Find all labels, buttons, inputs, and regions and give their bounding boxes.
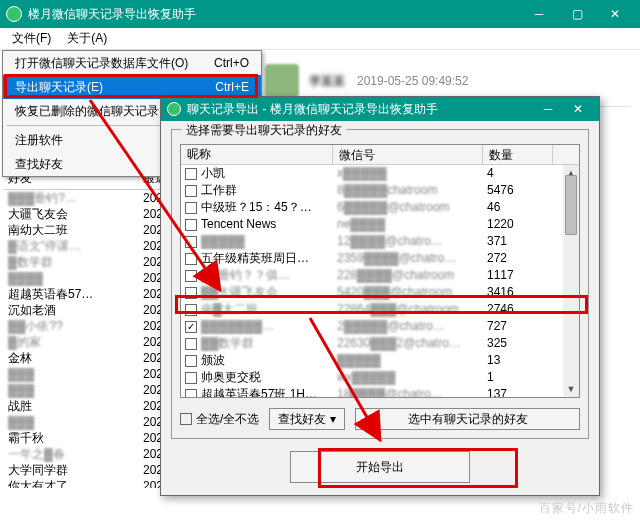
table-row[interactable]: 帅奥更交税wx▓▓▓▓▓1 [181,369,563,386]
row-checkbox[interactable] [185,236,197,248]
table-row[interactable]: ▓▓垂钓？？俱…228▓▓▓▓@chatroom1117 [181,267,563,284]
friend-name: ▓语文"停课… [4,238,139,254]
table-row[interactable]: ▓▓大疆飞友会5420▓▓▓@chatroom3416 [181,284,563,301]
find-friend-label: 查找好友 [278,411,326,428]
row-checkbox[interactable] [185,185,197,197]
close-button[interactable]: ✕ [596,0,634,28]
cell-nick: ▓▓数学群 [181,335,333,352]
cell-count: 2746 [483,301,553,318]
select-with-chat-label: 选中有聊天记录的好友 [408,411,528,428]
cell-wx: wx▓▓▓▓▓ [333,369,483,386]
cell-wx: 5420▓▓▓@chatroom [333,284,483,301]
friend-name: 一年之▓春 [4,446,139,462]
table-row[interactable]: 超越英语春57班 1H…18▓▓▓▓@chatro…137 [181,386,563,397]
table-header: 昵称 微信号 数量 [181,145,579,165]
cell-wx: 22630▓▓▓2@chatro… [333,335,483,352]
row-checkbox[interactable] [185,338,197,350]
avatar [265,64,299,98]
main-title: 楼月微信聊天记录导出恢复助手 [28,6,520,23]
cell-nick: ▓▓▓▓▓ [181,233,333,250]
row-checkbox[interactable] [185,355,197,367]
table-row[interactable]: 颁波▓▓▓▓▓13 [181,352,563,369]
friend-name: ▓▓小依?? [4,318,139,334]
select-all-checkbox[interactable]: 全选/全不选 [180,411,259,428]
cell-count: 1220 [483,216,553,233]
menu-find-label: 查找好友 [15,156,63,173]
menu-open-key: Ctrl+O [214,56,249,70]
friend-name: 南幼大二班 [4,222,139,238]
row-checkbox[interactable] [185,304,197,316]
row-checkbox[interactable] [185,253,197,265]
friend-select-group: 选择需要导出聊天记录的好友 昵称 微信号 数量 小凯x▓▓▓▓▓4工作群8▓▓▓… [171,129,589,439]
table-row[interactable]: 五年级精英班周日…2359▓▓▓▓@chatro…272 [181,250,563,267]
row-checkbox[interactable] [185,219,197,231]
maximize-button[interactable]: ▢ [558,0,596,28]
cell-count: 4 [483,165,553,182]
cell-wx: x▓▓▓▓▓ [333,165,483,182]
cell-wx: 12▓▓▓▓@chatro… [333,233,483,250]
table-row[interactable]: 南▓大二班22864▓▓▓@chatroom2746 [181,301,563,318]
menu-about[interactable]: 关于(A) [59,28,115,49]
row-checkbox[interactable] [185,389,197,398]
table-row[interactable]: 工作群8▓▓▓▓▓chatroom5476 [181,182,563,199]
friend-table: 昵称 微信号 数量 小凯x▓▓▓▓▓4工作群8▓▓▓▓▓chatroom5476… [180,144,580,398]
cell-count: 727 [483,318,553,335]
lower-controls: 全选/全不选 查找好友 ▾ 选中有聊天记录的好友 [180,408,580,430]
cell-count: 5476 [483,182,553,199]
cell-wx: 2359▓▓▓▓@chatro… [333,250,483,267]
scroll-thumb[interactable] [565,175,577,235]
friend-name: 战胜 [4,398,139,414]
row-checkbox[interactable] [185,287,197,299]
cell-count: 325 [483,335,553,352]
cell-nick: 中级班？15：45？… [181,199,333,216]
scrollbar[interactable]: ▲ ▼ [563,165,579,397]
friend-name: 沉如老酒 [4,302,139,318]
friend-name: ▓▓▓ [4,366,139,382]
menu-file[interactable]: 文件(F) [4,28,59,49]
friend-name: ▓▓▓ [4,382,139,398]
cell-nick: 帅奥更交税 [181,369,333,386]
menu-export-key: Ctrl+E [215,80,249,94]
chat-time: 2019-05-25 09:49:52 [357,74,468,88]
table-body: 小凯x▓▓▓▓▓4工作群8▓▓▓▓▓chatroom5476中级班？15：45？… [181,165,563,397]
group-legend: 选择需要导出聊天记录的好友 [182,122,346,139]
cell-nick: 五年级精英班周日… [181,250,333,267]
cell-wx: ne▓▓▓▓ [333,216,483,233]
chat-name: 李某某 [309,73,345,90]
row-checkbox[interactable] [185,372,197,384]
table-row[interactable]: ✓▓▓▓▓▓▓▓…2▓▓▓▓▓@chatro…727 [181,318,563,335]
menu-open-db[interactable]: 打开微信聊天记录数据库文件(O) Ctrl+O [3,51,261,75]
menu-open-label: 打开微信聊天记录数据库文件(O) [15,55,188,72]
table-row[interactable]: ▓▓▓▓▓12▓▓▓▓@chatro…371 [181,233,563,250]
row-checkbox[interactable] [185,202,197,214]
friend-name: 大学同学群 [4,462,139,478]
row-checkbox[interactable] [185,270,197,282]
start-export-label: 开始导出 [356,459,404,476]
row-checkbox[interactable] [185,168,197,180]
cell-wx: 18▓▓▓▓@chatro… [333,386,483,397]
dialog-close[interactable]: ✕ [563,97,593,121]
select-with-chat-button[interactable]: 选中有聊天记录的好友 [355,408,580,430]
table-row[interactable]: Tencent Newsne▓▓▓▓1220 [181,216,563,233]
dialog-title: 聊天记录导出 - 楼月微信聊天记录导出恢复助手 [187,101,533,118]
find-friend-button[interactable]: 查找好友 ▾ [269,408,345,430]
start-export-button[interactable]: 开始导出 [290,451,470,483]
table-row[interactable]: ▓▓数学群22630▓▓▓2@chatro…325 [181,335,563,352]
cell-wx: 228▓▓▓▓@chatroom [333,267,483,284]
cell-nick: ▓▓大疆飞友会 [181,284,333,301]
table-row[interactable]: 中级班？15：45？…6▓▓▓▓▓@chatroom46 [181,199,563,216]
table-row[interactable]: 小凯x▓▓▓▓▓4 [181,165,563,182]
scroll-down-icon[interactable]: ▼ [563,381,579,397]
minimize-button[interactable]: ─ [520,0,558,28]
friend-name: ▓▓▓垂钓?… [4,190,139,206]
cell-count: 3416 [483,284,553,301]
watermark: 百家号/小雨软件 [539,500,634,517]
cell-wx: 22864▓▓▓@chatroom [333,301,483,318]
dialog-titlebar: 聊天记录导出 - 楼月微信聊天记录导出恢复助手 ─ ✕ [161,97,599,121]
row-checkbox[interactable]: ✓ [185,321,197,333]
menubar: 文件(F) 关于(A) [0,28,640,50]
menu-export-label: 导出聊天记录(E) [15,79,103,96]
dialog-minimize[interactable]: ─ [533,97,563,121]
export-dialog: 聊天记录导出 - 楼月微信聊天记录导出恢复助手 ─ ✕ 选择需要导出聊天记录的好… [160,96,600,496]
friend-name: 你太有才了 [4,478,139,488]
